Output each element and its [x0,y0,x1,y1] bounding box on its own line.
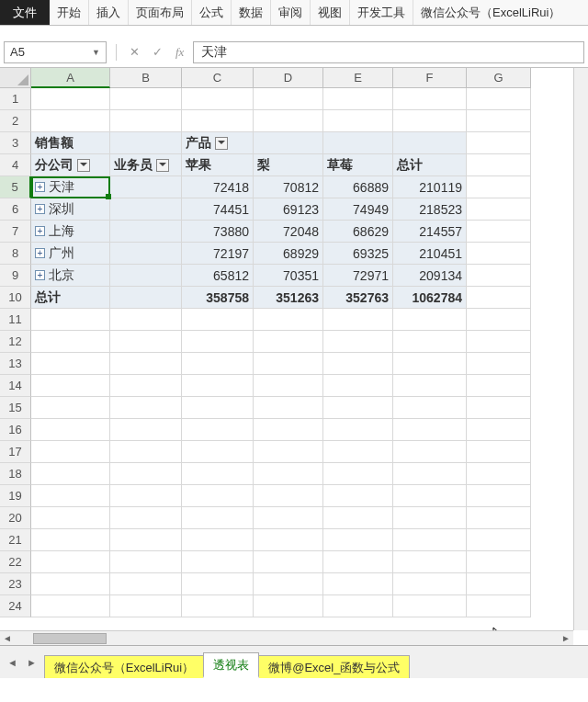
cell[interactable] [110,463,182,485]
cell[interactable] [110,331,182,353]
cell[interactable] [467,397,531,419]
cell[interactable] [467,221,531,243]
row-header-19[interactable]: 19 [0,485,31,507]
cell[interactable] [393,88,467,110]
cell[interactable]: 352763 [323,287,393,309]
cell[interactable] [110,110,182,132]
row-header-20[interactable]: 20 [0,507,31,529]
row-header-2[interactable]: 2 [0,110,31,132]
cell[interactable] [31,441,110,463]
tab-developer[interactable]: 开发工具 [350,0,413,25]
cell[interactable] [31,419,110,441]
row-header-14[interactable]: 14 [0,375,31,397]
row-header-9[interactable]: 9 [0,265,31,287]
cell[interactable] [323,551,393,573]
row-header-13[interactable]: 13 [0,353,31,375]
cell[interactable] [323,331,393,353]
cell[interactable]: 总计 [393,154,467,176]
tab-home[interactable]: 开始 [50,0,89,25]
cell[interactable] [182,88,254,110]
cell[interactable] [467,551,531,573]
cell[interactable] [254,375,323,397]
row-header-24[interactable]: 24 [0,595,31,617]
cell[interactable] [31,110,110,132]
select-all-triangle[interactable] [0,68,31,88]
expand-icon[interactable]: + [35,248,45,258]
tab-layout[interactable]: 页面布局 [129,0,192,25]
cell[interactable]: 梨 [254,154,323,176]
cell[interactable]: 74451 [182,198,254,221]
cell[interactable]: 210119 [393,176,467,198]
tab-view[interactable]: 视图 [311,0,350,25]
cell[interactable]: 351263 [254,287,323,309]
scroll-right-icon[interactable]: ► [559,633,573,643]
col-header-E[interactable]: E [323,68,393,88]
cell[interactable] [110,397,182,419]
cell[interactable] [110,265,182,287]
cell[interactable]: 70812 [254,176,323,198]
filter-icon[interactable] [156,159,169,172]
cell[interactable] [467,507,531,529]
cell[interactable] [323,353,393,375]
row-header-3[interactable]: 3 [0,132,31,154]
cell[interactable]: 业务员 [110,154,182,176]
expand-icon[interactable]: + [35,204,45,214]
cell[interactable] [110,551,182,573]
cell[interactable] [323,88,393,110]
cell[interactable] [323,507,393,529]
cell[interactable] [467,463,531,485]
cell[interactable] [254,463,323,485]
cell[interactable]: 69325 [323,243,393,265]
tab-insert[interactable]: 插入 [89,0,129,25]
cell[interactable] [182,529,254,551]
cell[interactable]: +北京 [31,265,110,287]
col-header-B[interactable]: B [110,68,182,88]
cell[interactable]: 总计 [31,287,110,309]
cell[interactable] [110,176,182,198]
cell[interactable] [254,132,323,154]
formula-input[interactable]: 天津 [193,41,584,63]
cell[interactable] [254,573,323,595]
cell[interactable] [182,595,254,617]
cell[interactable] [110,375,182,397]
cell[interactable]: 产品 [182,132,254,154]
cell[interactable] [254,485,323,507]
row-header-6[interactable]: 6 [0,198,31,221]
col-header-A[interactable]: A [31,68,110,88]
cell[interactable]: 68629 [323,221,393,243]
row-header-1[interactable]: 1 [0,88,31,110]
cell[interactable] [31,88,110,110]
cell[interactable] [31,485,110,507]
cell[interactable]: 209134 [393,265,467,287]
cell[interactable] [393,132,467,154]
cell[interactable] [31,397,110,419]
cell[interactable] [393,110,467,132]
cell[interactable] [182,375,254,397]
row-header-8[interactable]: 8 [0,243,31,265]
cell[interactable]: +天津 [31,176,110,198]
cell[interactable] [31,463,110,485]
cell[interactable] [31,595,110,617]
expand-icon[interactable]: + [35,270,45,280]
name-box[interactable]: A5 ▼ [4,41,107,63]
cell[interactable] [110,287,182,309]
cell[interactable]: 72971 [323,265,393,287]
cell[interactable] [467,198,531,221]
cell[interactable] [254,529,323,551]
cell[interactable]: 分公司 [31,154,110,176]
tab-formulas[interactable]: 公式 [192,0,232,25]
filter-icon[interactable] [77,159,90,172]
cell[interactable] [393,419,467,441]
cell[interactable] [393,463,467,485]
filter-icon[interactable] [215,137,228,150]
cell[interactable] [254,419,323,441]
row-header-22[interactable]: 22 [0,551,31,573]
cell[interactable] [31,573,110,595]
expand-icon[interactable]: + [35,182,45,192]
cell[interactable] [323,595,393,617]
cell[interactable] [31,375,110,397]
cell[interactable] [254,88,323,110]
tab-review[interactable]: 审阅 [271,0,311,25]
cell[interactable]: 72048 [254,221,323,243]
cell[interactable] [467,265,531,287]
